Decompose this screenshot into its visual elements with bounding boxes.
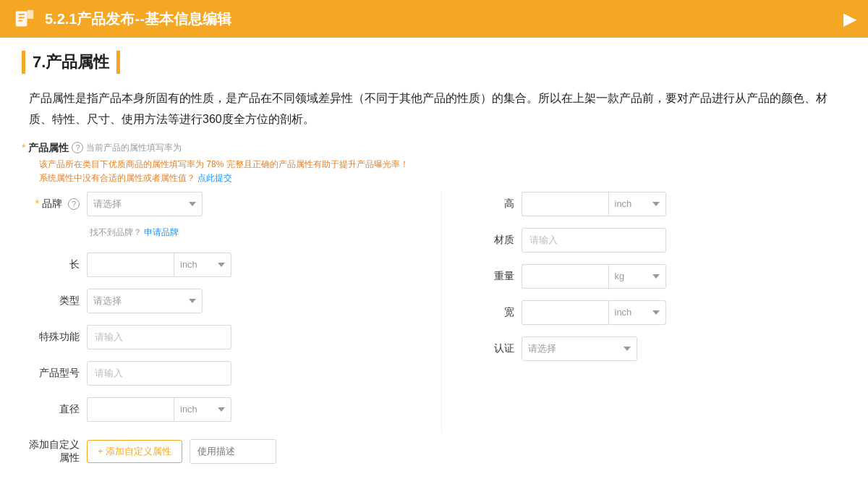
model-label: 产品型号 [22,367,80,380]
brand-select[interactable]: 请选择 [87,192,203,216]
certification-select[interactable]: 请选择 [522,336,637,361]
attr-help-icon[interactable]: ? [72,142,83,153]
width-row: 宽 inch cm mm [456,300,847,326]
svg-rect-3 [18,20,22,22]
diameter-label: 直径 [22,403,80,416]
brand-find-text: 找不到品牌？ 申请品牌 [90,226,179,239]
form-left: * 品牌 ? 请选择 找不到品牌？ 申请品牌 [22,191,441,433]
form-grid: * 品牌 ? 请选择 找不到品牌？ 申请品牌 [22,191,846,433]
page-header: 5.2.1产品发布--基本信息编辑 ▶ [0,0,868,38]
model-input[interactable] [87,361,231,386]
brand-row: * 品牌 ? 请选择 [22,191,412,217]
diameter-unit-select[interactable]: inch cm mm [174,397,231,422]
svg-rect-1 [18,14,25,15]
brand-help-icon[interactable]: ? [68,198,80,210]
width-label: 宽 [456,306,514,319]
attr-label-row: * 产品属性 ? 当前产品的属性填写率为 [22,142,846,155]
attr-hint: 当前产品的属性填写率为 [86,142,182,154]
height-row: 高 inch cm mm [456,191,847,217]
diameter-row: 直径 inch cm mm [22,396,412,423]
form-right: 高 inch cm mm 材质 [441,191,847,433]
add-custom-attr-label: 添加自定义属性 [22,438,80,465]
attr-required-mark: * [22,142,25,153]
section-bar-right [116,51,120,74]
svg-rect-4 [27,10,34,19]
type-select[interactable]: 请选择 [87,289,203,313]
length-row: 长 inch cm mm [22,252,412,278]
length-unit-select[interactable]: inch cm mm [174,253,231,277]
section-bar-left [22,51,25,74]
description-text: 产品属性是指产品本身所固有的性质，是产品在不同领域差异性（不同于其他产品的性质）… [0,81,868,142]
width-input-group: inch cm mm [522,300,666,325]
section-title: 7.产品属性 [33,51,109,73]
special-feature-input[interactable] [87,325,231,349]
add-custom-attr-row: 添加自定义属性 + 添加自定义属性 [22,438,846,465]
height-unit-select[interactable]: inch cm mm [608,192,666,216]
brand-label: * 品牌 ? [22,198,80,211]
attr-info-line2: 系统属性中没有合适的属性或者属性值？ 点此提交 [39,171,846,185]
brand-select-wrapper: 请选择 [87,192,203,216]
brand-find-row: 找不到品牌？ 申请品牌 [22,220,412,246]
header-title: 5.2.1产品发布--基本信息编辑 [45,9,843,29]
type-label: 类型 [22,294,80,308]
special-feature-label: 特殊功能 [22,331,80,344]
attr-main-label: 产品属性 [28,142,69,155]
model-row: 产品型号 [22,360,412,386]
svg-rect-0 [16,12,27,27]
type-row: 类型 请选择 [22,288,412,314]
material-row: 材质 [456,227,847,253]
material-input[interactable] [522,228,666,253]
weight-input-group: kg g lb oz [522,264,666,289]
section-header: 7.产品属性 [0,38,868,81]
weight-row: 重量 kg g lb oz [456,263,847,289]
attr-info-submit-link[interactable]: 点此提交 [197,173,232,183]
attr-info-block: 该产品所在类目下优质商品的属性填写率为 78% 完整且正确的产品属性有助于提升产… [39,158,846,185]
height-input-group: inch cm mm [522,192,666,216]
header-icon [12,6,38,32]
form-area: * 产品属性 ? 当前产品的属性填写率为 该产品所在类目下优质商品的属性填写率为… [0,142,868,479]
weight-unit-select[interactable]: kg g lb oz [608,264,666,289]
width-input[interactable] [522,300,608,325]
attr-info-line1: 该产品所在类目下优质商品的属性填写率为 78% 完整且正确的产品属性有助于提升产… [39,158,846,171]
use-desc-input[interactable] [190,439,276,464]
brand-required: * [35,198,42,209]
attr-info-text2: 系统属性中没有合适的属性或者属性值？ [39,173,195,183]
certification-row: 认证 请选择 [456,336,847,362]
special-feature-row: 特殊功能 [22,324,412,350]
length-label: 长 [22,258,80,271]
material-label: 材质 [456,234,514,247]
height-label: 高 [456,198,514,211]
brand-apply-link[interactable]: 申请品牌 [144,227,179,237]
length-input-group: inch cm mm [87,253,231,277]
width-unit-select[interactable]: inch cm mm [608,300,666,325]
header-right-arrow: ▶ [843,9,856,29]
add-custom-attr-button[interactable]: + 添加自定义属性 [87,440,182,463]
weight-input[interactable] [522,264,608,289]
svg-rect-2 [18,17,25,18]
weight-label: 重量 [456,270,514,283]
height-input[interactable] [522,192,608,216]
diameter-input-group: inch cm mm [87,397,231,422]
certification-label: 认证 [456,342,514,355]
length-input[interactable] [87,253,174,277]
diameter-input[interactable] [87,397,174,422]
